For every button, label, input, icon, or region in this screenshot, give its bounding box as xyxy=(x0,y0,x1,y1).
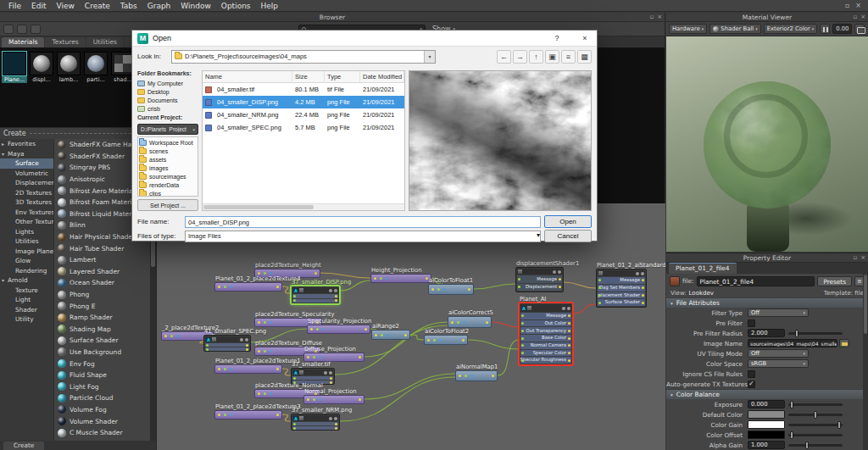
node-port-row[interactable]: Specular Roughness xyxy=(520,357,571,364)
graph-node[interactable]: 41_smaller_SPEC.png A xyxy=(203,335,251,352)
create-category-item[interactable]: Utility xyxy=(0,314,53,325)
create-material-item[interactable]: Light Fog xyxy=(54,381,150,392)
node-port-row[interactable]: Message xyxy=(520,313,571,319)
menu-item[interactable]: Edit xyxy=(26,0,51,12)
dialog-titlebar[interactable]: M Open ? × xyxy=(132,31,597,47)
project-folder-item[interactable]: scenes xyxy=(139,147,197,155)
dialog-nav-button[interactable]: ← xyxy=(497,50,511,64)
create-category-item[interactable]: ▾ Maya xyxy=(0,149,53,159)
project-folder-item[interactable]: clips xyxy=(139,189,197,197)
attribute-slider[interactable] xyxy=(788,330,843,337)
renderer-dropdown[interactable]: Hardware ▾ xyxy=(669,24,707,34)
graph-node[interactable]: Specularity_Projection A xyxy=(307,325,370,334)
geometry-dropdown[interactable]: Shader Ball ▾ xyxy=(709,24,760,34)
swatch-size-icon[interactable] xyxy=(3,25,14,34)
attribute-value-field[interactable]: 0.000 xyxy=(748,400,785,408)
create-material-item[interactable]: Phong xyxy=(54,289,150,301)
graph-node[interactable]: Planet_01_2_aiStandardSurface1SG A Messa… xyxy=(596,269,647,308)
create-material-item[interactable]: Ramp Shader xyxy=(54,312,150,324)
menu-item[interactable]: File xyxy=(3,0,26,12)
file-table-hscrollbar[interactable] xyxy=(203,203,404,210)
node-port-row[interactable] xyxy=(292,422,338,425)
attribute-slider[interactable] xyxy=(788,401,843,408)
create-material-item[interactable]: Surface Shader xyxy=(54,335,150,347)
create-material-item[interactable]: Lambert xyxy=(54,254,150,266)
float-window-icon[interactable]: ▫ xyxy=(845,2,849,9)
project-folder-item[interactable]: sourceimages xyxy=(139,172,197,181)
create-category-item[interactable]: 2D Textures xyxy=(0,188,53,198)
column-name[interactable]: Name xyxy=(203,71,292,82)
file-row[interactable]: 04_smaller.tif 80.1 MB tif File 21/09/20… xyxy=(203,83,404,96)
create-category-item[interactable]: Glow xyxy=(0,256,53,266)
node-port-row[interactable]: Dag Set Members xyxy=(598,285,645,292)
filter-icon[interactable] xyxy=(31,25,41,34)
create-category-item[interactable]: ▸ Favorites xyxy=(0,139,53,149)
section-header[interactable]: ▾ Color Balance xyxy=(666,389,868,399)
menu-item[interactable]: Options xyxy=(216,0,256,12)
column-type[interactable]: Type xyxy=(325,71,360,82)
material-swatch[interactable]: A lamb... xyxy=(56,52,81,83)
dialog-nav-button[interactable]: → xyxy=(513,50,527,64)
file-row[interactable]: 04_smaller_NRM.png 22.4 MB png File 21/0… xyxy=(203,108,404,121)
create-category-item[interactable]: Texture xyxy=(0,286,53,296)
material-preview[interactable] xyxy=(666,36,868,252)
slider-handle[interactable] xyxy=(790,431,793,439)
section-header[interactable]: ▾ File Attributes xyxy=(666,297,868,308)
attribute-checkbox[interactable] xyxy=(748,381,755,388)
attribute-path-field[interactable]: sourceimages\04_maps\04_smaller_DISP.png xyxy=(748,339,837,347)
create-category-item[interactable]: Other Textures xyxy=(0,217,53,227)
node-port-row[interactable]: Displacement xyxy=(517,284,562,292)
view-dropdown[interactable]: Lookdev xyxy=(689,290,714,297)
project-folder-item[interactable]: renderData xyxy=(139,181,197,189)
bookmark-item[interactable]: crisb xyxy=(137,104,198,113)
graph-node[interactable]: aiColorToFloat2 A xyxy=(424,335,468,345)
snapshot-icon[interactable] xyxy=(854,24,865,34)
browser-tab[interactable]: Materials xyxy=(2,37,44,47)
color-swatch[interactable] xyxy=(748,420,785,429)
attribute-value-field[interactable]: 2.000 xyxy=(748,329,785,337)
create-category-item[interactable]: Utilities xyxy=(0,236,53,247)
node-port-row[interactable]: Out Transparency xyxy=(520,327,571,334)
property-editor-scrollbar[interactable] xyxy=(863,274,868,450)
graph-node[interactable]: Planet_01_2_place2dTexture4 A xyxy=(214,282,282,292)
create-material-item[interactable]: Shading Map xyxy=(54,324,150,336)
attribute-slider[interactable] xyxy=(788,421,843,429)
node-port-row[interactable]: Message xyxy=(517,275,562,283)
slider-handle[interactable] xyxy=(790,401,793,408)
attribute-slider[interactable] xyxy=(788,411,843,419)
create-material-item[interactable]: Phong E xyxy=(54,300,150,312)
node-port-row[interactable] xyxy=(292,294,338,298)
column-date[interactable]: Date Modified xyxy=(360,71,404,82)
graph-node[interactable]: Planet_01_2_place2dTexture3 A xyxy=(214,410,282,419)
create-material-item[interactable]: Ocean Shader xyxy=(54,277,150,289)
create-material-item[interactable]: Fluid Shape xyxy=(54,369,150,381)
menu-item[interactable]: Create xyxy=(80,0,115,12)
create-material-item[interactable]: Volume Shader xyxy=(54,415,150,427)
node-name-field[interactable]: Planet_01_2_file4 xyxy=(697,276,815,286)
create-category-item[interactable]: 3D Textures xyxy=(0,197,53,208)
create-category-item[interactable]: Surface xyxy=(0,158,53,169)
node-port-row[interactable] xyxy=(292,299,338,303)
attribute-dropdown[interactable]: Off ▾ xyxy=(748,308,809,317)
dialog-nav-button[interactable]: ↑ xyxy=(529,50,543,64)
menu-item[interactable]: Graph xyxy=(142,0,176,12)
slider-handle[interactable] xyxy=(805,442,809,449)
material-swatch[interactable]: A Plane... xyxy=(2,52,27,83)
close-window-icon[interactable]: × xyxy=(855,2,861,9)
project-folder-item[interactable]: Workspace Root xyxy=(139,138,197,147)
file-row[interactable]: 04_smaller_DISP.png 4.2 MB png File 21/0… xyxy=(203,96,404,108)
slider-handle[interactable] xyxy=(795,330,798,337)
node-port-row[interactable] xyxy=(205,343,249,347)
create-material-item[interactable]: Particle Cloud xyxy=(54,392,150,404)
attribute-dropdown[interactable]: sRGB ▾ xyxy=(748,359,809,368)
menu-item[interactable]: Tabs xyxy=(115,0,142,12)
graph-node[interactable]: aiNormalMap1 A xyxy=(455,370,498,381)
browse-folder-icon[interactable] xyxy=(839,339,849,347)
node-port-row[interactable] xyxy=(292,376,333,380)
attribute-checkbox[interactable] xyxy=(748,319,755,327)
node-port-row[interactable]: Base Color xyxy=(520,335,571,342)
close-panel-icon[interactable]: × xyxy=(860,253,865,263)
dialog-nav-button[interactable]: ▣ xyxy=(545,50,559,64)
open-button[interactable]: Open xyxy=(544,215,592,228)
files-of-type-dropdown[interactable]: Image Files ▾ xyxy=(185,231,541,242)
